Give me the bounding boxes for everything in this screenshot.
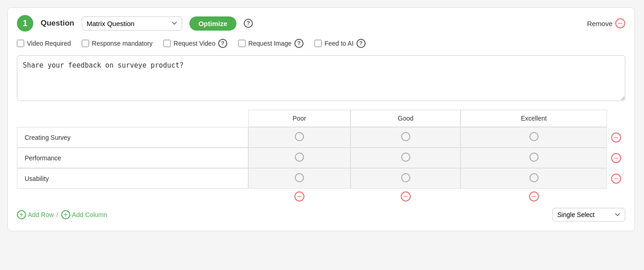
question-type-select[interactable]: Matrix Question	[82, 16, 182, 31]
radio-circle[interactable]	[529, 132, 539, 141]
matrix-row: Creating Survey−	[17, 127, 625, 148]
radio-circle[interactable]	[529, 153, 539, 162]
remove-row-button-2[interactable]: −	[611, 174, 621, 184]
matrix-radio-1-2[interactable]	[461, 148, 607, 168]
matrix-col-header-poor: Poor	[248, 110, 351, 127]
request-video-checkbox[interactable]	[163, 40, 171, 47]
remove-col-excellent-button[interactable]: −	[529, 191, 539, 201]
footer-row: + Add Row / + Add Column Single Select M…	[17, 208, 625, 222]
matrix-row: Performance−	[17, 148, 625, 168]
matrix-row-label-2: Usability	[17, 168, 248, 189]
col-delete-poor[interactable]: −	[248, 189, 351, 204]
add-row-button[interactable]: + Add Row	[17, 210, 54, 219]
optimize-button[interactable]: Optimize	[189, 16, 236, 31]
remove-row-0[interactable]: −	[607, 127, 625, 148]
response-mandatory-checkbox-item[interactable]: Response mandatory	[82, 40, 152, 47]
video-required-checkbox[interactable]	[17, 40, 24, 47]
matrix-col-header-excellent: Excellent	[461, 110, 607, 127]
remove-col-poor-button[interactable]: −	[294, 191, 304, 201]
matrix-radio-2-2[interactable]	[461, 168, 607, 189]
col-delete-excellent[interactable]: −	[461, 189, 607, 204]
header-row: 1 Question Matrix Question Optimize ? Re…	[17, 15, 625, 32]
add-actions: + Add Row / + Add Column	[17, 210, 107, 219]
col-delete-row: − − −	[17, 189, 625, 204]
optimize-help-icon[interactable]: ?	[244, 19, 253, 28]
feed-to-ai-help-icon[interactable]: ?	[356, 39, 366, 48]
question-label: Question	[41, 19, 74, 28]
feed-to-ai-label: Feed to AI	[325, 40, 354, 47]
radio-circle[interactable]	[295, 173, 304, 182]
video-required-label: Video Required	[27, 40, 71, 47]
remove-col-good-button[interactable]: −	[401, 191, 411, 201]
request-video-checkbox-item[interactable]: Request Video ?	[163, 39, 227, 48]
remove-button[interactable]: Remove −	[587, 18, 625, 28]
matrix-container: Poor Good Excellent Creating Survey−Perf…	[17, 110, 625, 204]
response-mandatory-label: Response mandatory	[92, 40, 152, 47]
matrix-col-remove-blank	[607, 110, 625, 127]
radio-circle[interactable]	[401, 132, 410, 141]
separator: /	[57, 211, 58, 218]
feed-to-ai-checkbox[interactable]	[314, 40, 322, 47]
matrix-row-label-1: Performance	[17, 148, 248, 168]
matrix-radio-0-0[interactable]	[248, 127, 351, 148]
col-delete-end	[607, 189, 625, 204]
radio-circle[interactable]	[295, 153, 304, 162]
radio-circle[interactable]	[401, 173, 410, 182]
matrix-table: Poor Good Excellent Creating Survey−Perf…	[17, 110, 625, 204]
request-video-label: Request Video	[173, 40, 215, 47]
remove-row-1[interactable]: −	[607, 148, 625, 168]
matrix-radio-1-1[interactable]	[351, 148, 461, 168]
feed-to-ai-checkbox-item[interactable]: Feed to AI ?	[314, 39, 366, 48]
request-video-help-icon[interactable]: ?	[218, 39, 227, 48]
add-column-icon: +	[61, 210, 70, 219]
matrix-col-header-good: Good	[351, 110, 461, 127]
radio-circle[interactable]	[401, 153, 410, 162]
col-delete-blank	[17, 189, 248, 204]
remove-row-button-0[interactable]: −	[611, 132, 621, 143]
radio-circle[interactable]	[295, 132, 304, 141]
matrix-radio-0-2[interactable]	[461, 127, 607, 148]
matrix-row: Usability−	[17, 168, 625, 189]
matrix-radio-2-0[interactable]	[248, 168, 351, 189]
col-delete-good[interactable]: −	[351, 189, 461, 204]
matrix-row-label-0: Creating Survey	[17, 127, 248, 148]
remove-icon: −	[615, 18, 625, 28]
single-select-dropdown[interactable]: Single Select Multi Select	[552, 208, 625, 222]
video-required-checkbox-item[interactable]: Video Required	[17, 40, 71, 47]
radio-circle[interactable]	[529, 173, 539, 182]
question-number: 1	[17, 15, 33, 32]
remove-row-button-1[interactable]: −	[611, 153, 621, 163]
question-card: 1 Question Matrix Question Optimize ? Re…	[7, 7, 635, 231]
matrix-radio-2-1[interactable]	[351, 168, 461, 189]
request-image-label: Request Image	[248, 40, 292, 47]
matrix-radio-1-0[interactable]	[248, 148, 351, 168]
checkbox-row: Video Required Response mandatory Reques…	[17, 39, 625, 48]
request-image-help-icon[interactable]: ?	[294, 39, 304, 48]
question-textarea[interactable]: Share your feedback on surveye product?	[17, 55, 625, 101]
matrix-header-row: Poor Good Excellent	[17, 110, 625, 127]
request-image-checkbox-item[interactable]: Request Image ?	[238, 39, 304, 48]
matrix-blank-header	[17, 110, 248, 127]
remove-row-2[interactable]: −	[607, 168, 625, 189]
matrix-radio-0-1[interactable]	[351, 127, 461, 148]
add-column-button[interactable]: + Add Column	[61, 210, 107, 219]
add-row-icon: +	[17, 210, 26, 219]
response-mandatory-checkbox[interactable]	[82, 40, 89, 47]
request-image-checkbox[interactable]	[238, 40, 246, 47]
